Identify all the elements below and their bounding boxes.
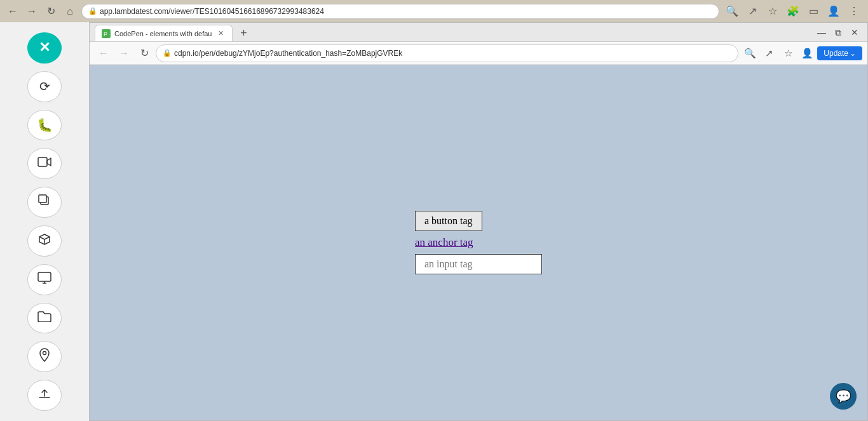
chat-icon: 💬	[836, 389, 851, 404]
box-button[interactable]	[27, 225, 62, 257]
close-icon: ✕	[39, 39, 50, 56]
inner-screenshot-icon-btn[interactable]: ↗	[760, 44, 778, 62]
tab-restore-icon[interactable]: ⧉	[831, 25, 846, 40]
outer-address-bar[interactable]: 🔒 app.lambdatest.com/viewer/TES101604516…	[81, 4, 719, 19]
inner-browser: P CodePen - elements with defau ✕ + — ⧉ …	[89, 22, 868, 421]
folder-icon	[37, 311, 51, 325]
copy-icon	[38, 194, 51, 210]
inner-content: a button tag an anchor tag	[90, 65, 867, 420]
outer-forward-button[interactable]: →	[24, 4, 39, 19]
layout-icon-btn[interactable]: ▭	[804, 3, 822, 20]
outer-back-button[interactable]: ←	[5, 4, 20, 19]
demo-anchor-label: an anchor tag	[415, 236, 473, 248]
bug-icon: 🐛	[37, 117, 53, 133]
tab-close-button[interactable]: ✕	[215, 29, 226, 39]
monitor-button[interactable]	[27, 264, 62, 295]
sync-icon: ⟳	[39, 79, 50, 94]
inner-search-icon-btn[interactable]: 🔍	[741, 44, 759, 62]
svg-rect-0	[38, 157, 47, 166]
outer-refresh-button[interactable]: ↻	[43, 4, 58, 19]
outer-browser-bar: ← → ↻ ⌂ 🔒 app.lambdatest.com/viewer/TES1…	[0, 0, 868, 22]
svg-marker-1	[47, 158, 51, 166]
box-icon	[38, 233, 51, 249]
close-button[interactable]: ✕	[27, 32, 62, 63]
update-button[interactable]: Update ⌄	[817, 46, 862, 60]
svg-rect-3	[39, 195, 46, 203]
folder-button[interactable]	[27, 303, 62, 334]
update-chevron: ⌄	[850, 49, 856, 58]
demo-button-label: a button tag	[424, 215, 473, 226]
lock-icon: 🔒	[88, 7, 97, 15]
inner-profile-icon-btn[interactable]: 👤	[798, 44, 816, 62]
tab-minimize-icon[interactable]: —	[814, 25, 829, 40]
location-button[interactable]	[27, 341, 62, 372]
svg-text:P: P	[104, 31, 107, 37]
svg-rect-5	[38, 272, 51, 281]
upload-button[interactable]	[27, 380, 62, 411]
inner-back-button[interactable]: ←	[95, 44, 112, 62]
tab-favicon: P	[102, 29, 111, 38]
tab-label: CodePen - elements with defau	[114, 30, 212, 37]
inner-address-text: cdpn.io/pen/debug/zYMjoEp?authentication…	[174, 49, 402, 58]
demo-elements-container: a button tag an anchor tag	[415, 211, 542, 274]
sidebar: ✕ ⟳ 🐛	[0, 22, 89, 421]
star-icon-btn[interactable]: ☆	[764, 3, 782, 20]
extension-icon-btn[interactable]: 🧩	[784, 3, 802, 20]
tab-extra-icons: — ⧉ ✕	[814, 25, 862, 41]
demo-button-tag[interactable]: a button tag	[415, 211, 482, 231]
copy-button[interactable]	[27, 187, 62, 218]
video-icon	[37, 155, 51, 172]
inner-forward-button[interactable]: →	[115, 44, 133, 62]
location-icon	[39, 348, 50, 365]
tab-close-window-icon[interactable]: ✕	[847, 25, 862, 40]
inner-address-bar[interactable]: 🔒 cdpn.io/pen/debug/zYMjoEp?authenticati…	[156, 44, 738, 62]
video-button[interactable]	[27, 148, 62, 179]
inner-star-icon-btn[interactable]: ☆	[779, 44, 797, 62]
monitor-icon	[37, 272, 51, 288]
outer-browser-icons: 🔍 ↗ ☆ 🧩 ▭ 👤 ⋮	[723, 3, 863, 20]
search-icon-btn[interactable]: 🔍	[723, 3, 741, 20]
inner-tab-active[interactable]: P CodePen - elements with defau ✕	[95, 25, 233, 41]
sync-button[interactable]: ⟳	[27, 71, 62, 102]
profile-icon-btn[interactable]: 👤	[825, 3, 843, 20]
outer-home-button[interactable]: ⌂	[62, 4, 78, 19]
svg-point-8	[43, 352, 46, 355]
upload-icon	[38, 387, 51, 403]
inner-nav-bar: ← → ↻ 🔒 cdpn.io/pen/debug/zYMjoEp?authen…	[90, 42, 867, 65]
bug-button[interactable]: 🐛	[27, 110, 62, 141]
inner-tab-bar: P CodePen - elements with defau ✕ + — ⧉ …	[90, 23, 867, 42]
demo-anchor-tag[interactable]: an anchor tag	[415, 236, 473, 249]
new-tab-button[interactable]: +	[235, 25, 252, 41]
inner-lock-icon: 🔒	[163, 49, 172, 57]
outer-address-text: app.lambdatest.com/viewer/TES10160451661…	[100, 7, 324, 16]
update-label: Update	[824, 49, 848, 58]
demo-input-tag[interactable]	[415, 254, 542, 274]
screenshot-icon-btn[interactable]: ↗	[743, 3, 761, 20]
chat-bubble-button[interactable]: 💬	[830, 383, 857, 410]
inner-refresh-button[interactable]: ↻	[135, 44, 153, 62]
inner-nav-icons: 🔍 ↗ ☆ 👤 Update ⌄	[741, 44, 862, 62]
menu-icon-btn[interactable]: ⋮	[845, 3, 863, 20]
